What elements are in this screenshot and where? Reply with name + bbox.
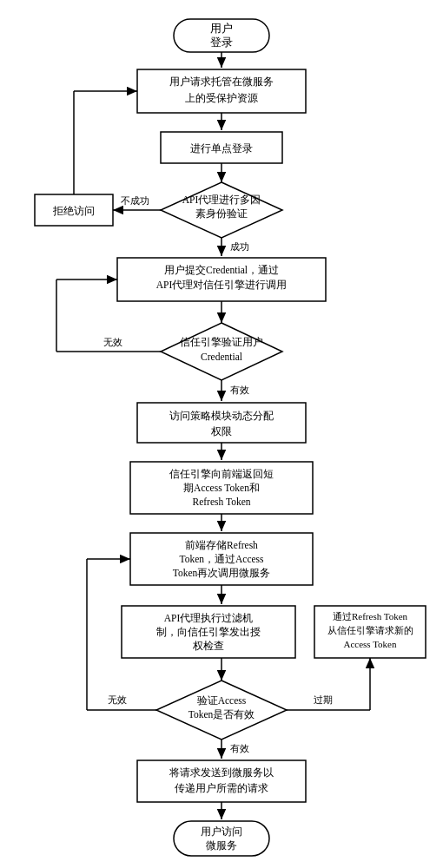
reject-label: 拒绝访问: [52, 205, 95, 217]
end-line2: 微服务: [206, 839, 237, 852]
n8-line1: 将请求发送到微服务以: [169, 766, 274, 779]
refresh-line3: Access Token: [343, 639, 397, 649]
n2-label: 进行单点登录: [190, 142, 253, 155]
n3-line2: API代理对信任引擎进行调用: [156, 279, 288, 290]
n7-line1: API代理执行过滤机: [164, 613, 254, 623]
n1-line1: 用户请求托管在微服务: [169, 76, 274, 88]
start-label: 用户: [210, 22, 233, 35]
valid2-label: 有效: [230, 743, 249, 753]
n1-line2: 上的受保护资源: [185, 92, 258, 104]
n6-line2: Token，通过Access: [179, 554, 264, 564]
n5-line1: 信任引擎向前端返回短: [169, 468, 274, 479]
d1-line2: 素身份验证: [195, 208, 248, 219]
n7-line3: 权检查: [192, 641, 224, 651]
n6-line3: Token再次调用微服务: [173, 568, 271, 578]
n7-line2: 制，向信任引擎发出授: [156, 627, 261, 637]
n4-line2: 权限: [210, 425, 232, 437]
end-line1: 用户访问: [201, 825, 242, 838]
d3-line2: Token是否有效: [188, 709, 255, 720]
invalid-label: 无效: [103, 337, 122, 347]
n5-line2: 期Access Token和: [183, 483, 260, 493]
fail-label: 不成功: [121, 195, 149, 206]
valid-label: 有效: [230, 385, 249, 395]
n4-line1: 访问策略模块动态分配: [169, 410, 274, 422]
n8-line2: 传递用户所需的请求: [175, 782, 268, 794]
success-label: 成功: [230, 241, 249, 252]
d2-line2: Credential: [201, 352, 242, 362]
refresh-line2: 从信任引擎请求新的: [327, 625, 413, 635]
n3-line1: 用户提交Credential，通过: [164, 264, 279, 275]
expired-label: 过期: [314, 694, 333, 705]
flowchart-container: 用户 登录 用户请求托管在微服务 上的受保护资源 进行单点登录 API代理进行多…: [9, 9, 434, 859]
invalid2-label: 无效: [108, 694, 127, 705]
refresh-line1: 通过Refresh Token: [333, 611, 408, 621]
n6-line1: 前端存储Refresh: [185, 540, 258, 550]
flowchart-svg: 用户 登录 用户请求托管在微服务 上的受保护资源 进行单点登录 API代理进行多…: [9, 9, 434, 859]
d3-line1: 验证Access: [197, 695, 247, 706]
d2-line1: 信任引擎验证用户: [180, 336, 263, 347]
start-label2: 登录: [210, 36, 233, 49]
d1-line1: API代理进行多因: [182, 194, 261, 205]
n5-line3: Refresh Token: [192, 496, 250, 507]
